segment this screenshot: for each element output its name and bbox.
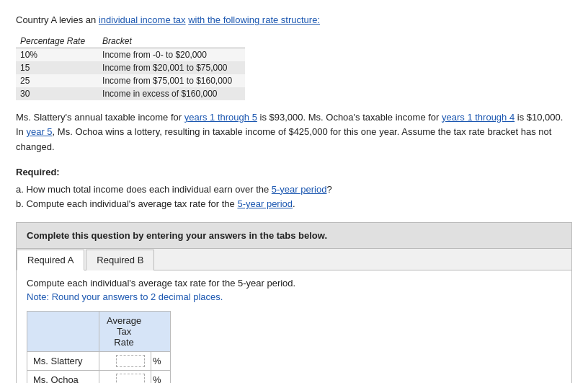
tabs-container: Required A Required B Compute each indiv… xyxy=(16,249,572,383)
avg-table-row: Ms. Ochoa % xyxy=(27,371,171,383)
avg-row-pct: % xyxy=(151,371,171,383)
complete-instruction-box: Complete this question by entering your … xyxy=(16,222,572,249)
required-section: Required: a. How much total income does … xyxy=(16,165,572,212)
tab-content-required-a: Compute each individual's average tax ra… xyxy=(17,270,571,383)
rate-cell: 15 xyxy=(16,61,98,74)
rate-cell: 10% xyxy=(16,48,98,61)
rate-table-header-rate: Percentage Rate xyxy=(16,35,98,48)
avg-table-header: Average Tax Rate xyxy=(99,312,171,352)
rate-table: Percentage Rate Bracket 10% Income from … xyxy=(16,35,245,100)
required-item-b: b. Compute each individual's average tax… xyxy=(16,197,572,212)
intro-highlight2: with the following rate structure: xyxy=(188,14,320,25)
avg-tax-rate-table: Average Tax Rate Ms. Slattery % Ms. Ocho… xyxy=(27,311,171,383)
avg-rate-input-1[interactable] xyxy=(116,374,145,383)
avg-table-empty-header xyxy=(27,312,99,352)
avg-row-name: Ms. Slattery xyxy=(27,352,99,371)
tabs-row: Required A Required B xyxy=(17,249,571,270)
bracket-cell: Income from $75,001 to $160,000 xyxy=(98,74,245,87)
tab-required-a[interactable]: Required A xyxy=(17,250,84,270)
complete-instruction-text: Complete this question by entering your … xyxy=(27,230,327,241)
avg-row-pct: % xyxy=(151,352,171,371)
scenario-text: Ms. Slattery's annual taxable income for… xyxy=(16,110,572,155)
rate-table-row: 10% Income from -0- to $20,000 xyxy=(16,48,245,61)
avg-row-name: Ms. Ochoa xyxy=(27,371,99,383)
avg-rate-input-0[interactable] xyxy=(116,355,145,367)
intro-text: Country A levies an individual income ta… xyxy=(16,13,572,27)
avg-row-input-cell xyxy=(99,352,151,371)
required-item-a: a. How much total income does each indiv… xyxy=(16,182,572,198)
intro-highlight: individual income tax xyxy=(99,14,186,25)
avg-row-input-cell xyxy=(99,371,151,383)
tab-instruction: Compute each individual's average tax ra… xyxy=(27,278,561,289)
avg-table-row: Ms. Slattery % xyxy=(27,352,171,371)
rate-table-row: 25 Income from $75,001 to $160,000 xyxy=(16,74,245,87)
tab-note: Note: Round your answers to 2 decimal pl… xyxy=(27,291,561,302)
rate-cell: 30 xyxy=(16,87,98,100)
rate-table-header-bracket: Bracket xyxy=(98,35,245,48)
bracket-cell: Income in excess of $160,000 xyxy=(98,87,245,100)
rate-table-row: 30 Income in excess of $160,000 xyxy=(16,87,245,100)
rate-table-row: 15 Income from $20,001 to $75,000 xyxy=(16,61,245,74)
required-label: Required: xyxy=(16,165,572,180)
bracket-cell: Income from $20,001 to $75,000 xyxy=(98,61,245,74)
bracket-cell: Income from -0- to $20,000 xyxy=(98,48,245,61)
rate-cell: 25 xyxy=(16,74,98,87)
tab-required-b[interactable]: Required B xyxy=(86,250,154,270)
